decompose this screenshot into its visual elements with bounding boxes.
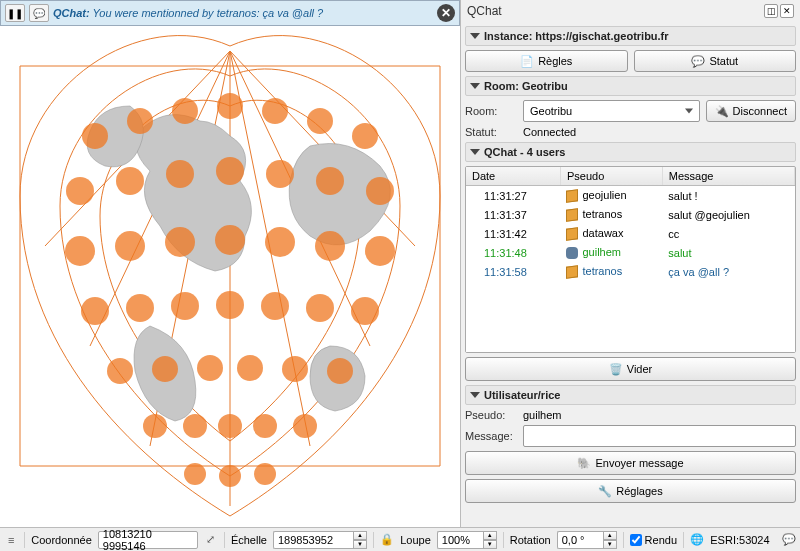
cube-icon — [566, 208, 578, 222]
close-icon[interactable]: ✕ — [437, 4, 455, 22]
svg-point-21 — [366, 177, 394, 205]
svg-point-10 — [172, 98, 198, 124]
legend-icon[interactable]: ≡ — [4, 534, 18, 546]
section-user[interactable]: Utilisateur/rice — [465, 385, 796, 405]
table-row[interactable]: 11:31:27geojuliensalut ! — [466, 186, 795, 206]
section-instance[interactable]: Instance: https://gischat.geotribu.fr — [465, 26, 796, 46]
svg-point-22 — [65, 236, 95, 266]
svg-point-9 — [127, 108, 153, 134]
panel-title: QChat — [467, 4, 502, 18]
svg-point-15 — [66, 177, 94, 205]
disconnect-button[interactable]: 🔌 Disconnect — [706, 100, 796, 122]
col-message[interactable]: Message — [662, 167, 794, 186]
loupe-down[interactable]: ▼ — [483, 540, 497, 549]
svg-point-49 — [254, 463, 276, 485]
room-select[interactable]: Geotribu — [523, 100, 700, 122]
svg-point-13 — [307, 108, 333, 134]
panel-close-icon[interactable]: ✕ — [780, 4, 794, 18]
crs-icon[interactable]: 🌐 — [690, 533, 704, 546]
svg-point-36 — [107, 358, 133, 384]
scale-down[interactable]: ▼ — [353, 540, 367, 549]
rotation-down[interactable]: ▼ — [603, 540, 617, 549]
svg-point-28 — [365, 236, 395, 266]
svg-point-47 — [184, 463, 206, 485]
table-row[interactable]: 11:31:58tetranosça va @all ? — [466, 262, 795, 281]
svg-point-39 — [237, 355, 263, 381]
rotation-up[interactable]: ▲ — [603, 531, 617, 540]
svg-point-17 — [166, 160, 194, 188]
extent-icon[interactable]: ⤢ — [204, 533, 218, 546]
chat-table: Date Pseudo Message 11:31:27geojuliensal… — [466, 167, 795, 281]
svg-point-8 — [82, 123, 108, 149]
send-button[interactable]: 🐘 Envoyer message — [465, 451, 796, 475]
loupe-label: Loupe — [400, 534, 431, 546]
map-canvas[interactable] — [0, 26, 460, 527]
section-chat[interactable]: QChat - 4 users — [465, 142, 796, 162]
chevron-down-icon — [470, 33, 480, 39]
svg-point-14 — [352, 123, 378, 149]
pause-button[interactable]: ❚❚ — [5, 4, 25, 22]
settings-button[interactable]: 🔧 Réglages — [465, 479, 796, 503]
section-room[interactable]: Room: Geotribu — [465, 76, 796, 96]
table-row[interactable]: 11:31:48guilhemsalut — [466, 243, 795, 262]
cube-icon — [566, 266, 578, 280]
loupe-field[interactable]: 100% — [437, 531, 483, 549]
svg-point-44 — [218, 414, 242, 438]
lock-icon[interactable]: 🔒 — [380, 533, 394, 546]
svg-point-16 — [116, 167, 144, 195]
message-label: Message: — [465, 430, 517, 442]
svg-point-41 — [327, 358, 353, 384]
cube-icon — [566, 227, 578, 241]
instance-header: Instance: https://gischat.geotribu.fr — [484, 30, 669, 42]
notification-title: QChat: — [53, 7, 90, 19]
svg-point-19 — [266, 160, 294, 188]
svg-point-11 — [217, 93, 243, 119]
svg-point-26 — [265, 227, 295, 257]
svg-point-48 — [219, 465, 241, 487]
chevron-down-icon — [470, 149, 480, 155]
status-button[interactable]: 💬 Statut — [634, 50, 797, 72]
svg-point-40 — [282, 356, 308, 382]
rotation-field[interactable]: 0,0 ° — [557, 531, 603, 549]
crs-label: ESRI:53024 — [710, 534, 769, 546]
notification-bar: ❚❚ 💬 QChat: You were mentionned by tetra… — [0, 0, 460, 26]
chevron-down-icon — [470, 83, 480, 89]
chat-header: QChat - 4 users — [484, 146, 565, 158]
status-bar: ≡ Coordonnée 10813210 9995146 ⤢ Échelle … — [0, 527, 800, 551]
room-label: Room: — [465, 105, 517, 117]
scale-label: Échelle — [231, 534, 267, 546]
clear-button[interactable]: 🗑️ Vider — [465, 357, 796, 381]
table-row[interactable]: 11:31:42datawaxcc — [466, 224, 795, 243]
room-header: Room: Geotribu — [484, 80, 568, 92]
svg-point-34 — [306, 294, 334, 322]
loupe-up[interactable]: ▲ — [483, 531, 497, 540]
scale-up[interactable]: ▲ — [353, 531, 367, 540]
svg-point-30 — [126, 294, 154, 322]
svg-point-29 — [81, 297, 109, 325]
notification-text: You were mentionned by tetranos: ça va @… — [90, 7, 324, 19]
rules-button[interactable]: 📄 Règles — [465, 50, 628, 72]
status-value: Connected — [523, 126, 576, 138]
render-checkbox[interactable]: Rendu — [630, 534, 677, 546]
scale-field[interactable]: 189853952 — [273, 531, 353, 549]
svg-point-46 — [293, 414, 317, 438]
message-input[interactable] — [523, 425, 796, 447]
chevron-down-icon — [470, 392, 480, 398]
coord-field[interactable]: 10813210 9995146 — [98, 531, 198, 549]
svg-point-12 — [262, 98, 288, 124]
col-date[interactable]: Date — [466, 167, 560, 186]
col-pseudo[interactable]: Pseudo — [560, 167, 662, 186]
coord-label: Coordonnée — [31, 534, 92, 546]
svg-point-42 — [143, 414, 167, 438]
table-row[interactable]: 11:31:37tetranossalut @geojulien — [466, 205, 795, 224]
svg-point-31 — [171, 292, 199, 320]
svg-point-23 — [115, 231, 145, 261]
messages-icon[interactable]: 💬 — [782, 533, 796, 546]
chat-bubble-icon[interactable]: 💬 — [29, 4, 49, 22]
svg-point-38 — [197, 355, 223, 381]
pseudo-value: guilhem — [523, 409, 562, 421]
svg-point-43 — [183, 414, 207, 438]
undock-icon[interactable]: ◫ — [764, 4, 778, 18]
svg-point-24 — [165, 227, 195, 257]
svg-point-35 — [351, 297, 379, 325]
